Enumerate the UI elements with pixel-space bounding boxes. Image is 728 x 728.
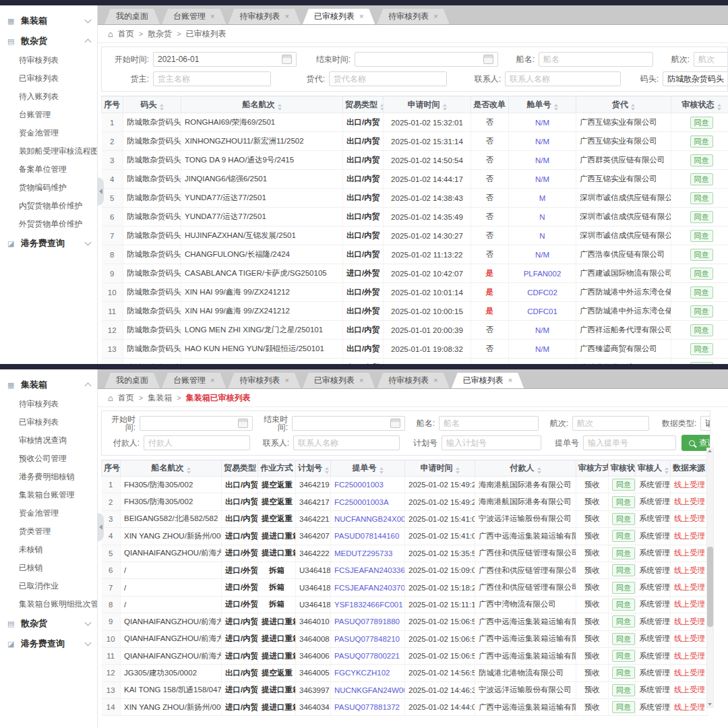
col-header-apply-time[interactable]: 申请时间 [405, 460, 475, 477]
link-value[interactable]: N/M [535, 119, 549, 127]
tab-2[interactable]: 待审核列表× [228, 373, 300, 388]
col-header-trade-type[interactable]: 贸易类型 [222, 460, 258, 477]
tab-close-icon[interactable]: × [284, 377, 289, 384]
col-header-payer[interactable]: 付款人 [475, 460, 576, 477]
table-row[interactable]: 8防城散杂货码头CHANGFULONG/长福隆/2424出口/内贸2025-01… [102, 245, 728, 264]
table-row[interactable]: 1FH305/防海305/002出口/内贸提空返重3464219FC250001… [102, 477, 708, 493]
table-row[interactable]: 7防城散杂货码头HUJINFAZXHAN/互锦发展/2501出口/内贸2025-… [102, 226, 728, 245]
table-row[interactable]: 11防城散杂货码头XIN HAI 99/鑫海 99/ZX241212出口/外贸2… [102, 302, 728, 321]
input-field[interactable]: 航次 [694, 52, 728, 67]
tab-close-icon[interactable]: × [359, 13, 363, 20]
sort-icon[interactable] [717, 104, 721, 111]
sort-icon[interactable] [554, 104, 558, 111]
sidebar-collapse-handle[interactable] [98, 513, 104, 541]
link-value[interactable]: N/M [535, 326, 549, 334]
input-field[interactable]: 联系人名称 [293, 435, 400, 450]
sidebar-item[interactable]: 资金池管理 [0, 124, 97, 142]
source-link[interactable]: 线上受理 [674, 566, 705, 574]
link-value[interactable]: FGCYKCZH102 [334, 669, 390, 677]
table-row[interactable]: 9QIANHAIFANGZHOU/前海方舟/0702QF进口/内贸提进口重箱34… [102, 613, 708, 630]
select-数据类型[interactable]: 请选择数据类型 [700, 416, 710, 431]
sidebar-item[interactable]: 外贸货物单价维护 [0, 215, 97, 233]
link-value[interactable]: FC250001003 [334, 481, 384, 489]
source-link[interactable]: 线上受理 [674, 617, 705, 626]
tab-close-icon[interactable]: × [433, 13, 437, 20]
sidebar-section-1[interactable]: ▤散杂货 [0, 613, 97, 634]
input-field[interactable]: 船名 [539, 52, 653, 67]
link-value[interactable]: PASUQ077848210 [334, 635, 400, 643]
sidebar-item[interactable]: 已审核列表 [0, 413, 97, 431]
sidebar-item[interactable]: 审核情况查询 [0, 431, 97, 450]
link-value[interactable]: N/M [535, 251, 549, 259]
sidebar-item[interactable]: 预收公司管理 [0, 450, 97, 468]
sidebar-item[interactable]: 台账管理 [0, 106, 97, 124]
link-value[interactable]: PLFAN002 [524, 270, 562, 278]
link-value[interactable]: NUCFANNGB24X0001A [334, 515, 405, 523]
select-码头[interactable]: 防城散杂货码头 [663, 71, 728, 86]
table-row[interactable]: 7/进口/外贸拆箱U3464184FCSJEAFAN2403709S2025-0… [102, 579, 708, 596]
col-header-forwarder[interactable]: 货代 [576, 96, 671, 113]
sort-icon[interactable] [665, 467, 669, 474]
source-link[interactable]: 线上受理 [674, 669, 705, 677]
sidebar-item[interactable]: 已取消作业 [0, 577, 97, 595]
sidebar-item[interactable]: 港务费明细核销 [0, 468, 97, 486]
sidebar-section-1[interactable]: ▤散杂货 [0, 31, 97, 51]
source-link[interactable]: 线上受理 [674, 481, 705, 489]
table-row[interactable]: 3防城散杂货码头TONG DA 9 HAO/通达9号/2415出口/内贸2025… [102, 151, 728, 170]
input-field[interactable] [355, 52, 498, 67]
tab-5[interactable]: 已审核列表× [452, 373, 524, 388]
breadcrumb-item[interactable]: 集装箱已审核列表 [186, 392, 251, 404]
input-field[interactable]: 2021-06-01 [153, 52, 297, 67]
table-row[interactable]: 6防城散杂货码头YUNDA77/运达77/2501出口/内贸2025-01-02… [102, 208, 728, 226]
link-value[interactable]: PASUQ077881372 [334, 703, 400, 711]
input-field[interactable] [140, 416, 253, 431]
col-header-vessel-voyage[interactable]: 船名航次 [181, 96, 343, 113]
tab-4[interactable]: 待审核列表× [377, 9, 449, 24]
link-value[interactable]: N [539, 213, 545, 221]
col-header-manifest-no[interactable]: 舱单号 [509, 96, 576, 113]
col-header-seq[interactable]: 序号 [102, 96, 123, 113]
sort-icon[interactable] [380, 104, 384, 111]
table-row[interactable]: 12防城散杂货码头LONG MEN ZHI XING/龙门之星/250101出口… [102, 321, 728, 340]
sidebar-section-0[interactable]: ▦集装箱 [0, 11, 97, 31]
link-value[interactable]: CDFC02 [527, 289, 557, 297]
sort-icon[interactable] [537, 467, 541, 474]
sidebar-item[interactable]: 备案单位管理 [0, 160, 97, 179]
tab-close-icon[interactable]: × [508, 377, 512, 384]
link-value[interactable]: N/M [535, 175, 549, 183]
input-field[interactable] [292, 416, 405, 431]
sort-icon[interactable] [456, 467, 460, 474]
sidebar-item[interactable]: 已审核列表 [0, 69, 97, 88]
sidebar-section-2[interactable]: ◪港务费查询 [0, 233, 97, 253]
sort-icon[interactable] [325, 467, 329, 474]
source-link[interactable]: 线上受理 [674, 703, 705, 711]
sidebar-section-0[interactable]: ▦集装箱 [0, 375, 97, 395]
table-row[interactable]: 4防城散杂货码头JINQIANG6/锦强6/2501出口/内贸2025-01-0… [102, 170, 728, 189]
sidebar-item[interactable]: 集装箱台账管理 [0, 486, 97, 504]
link-value[interactable]: NUCNKGFAN24W0016 [334, 686, 405, 694]
link-value[interactable]: PASUQ077891880 [334, 617, 400, 626]
sort-icon[interactable] [160, 104, 164, 111]
calendar-icon[interactable] [282, 55, 292, 64]
col-header-trade-type[interactable]: 贸易类型 [343, 96, 384, 113]
col-header-wharf[interactable]: 码头 [123, 96, 181, 113]
table-row[interactable]: 10QIANHAIFANGZHOU/前海方舟/0702QF进口/内贸提进口重箱3… [102, 630, 708, 647]
link-value[interactable]: M [539, 194, 546, 202]
col-header-apply-time[interactable]: 申请时间 [384, 96, 471, 113]
col-header-audit-status[interactable]: 审核状态 [671, 96, 728, 113]
tab-1[interactable]: 台账管理× [162, 373, 226, 388]
table-row[interactable]: 4XIN YANG ZHOU/新扬州/0007QF进口/内贸提进口重箱34642… [102, 528, 708, 545]
calendar-icon[interactable] [483, 55, 493, 64]
input-field[interactable]: 输入计划号 [442, 435, 541, 450]
link-value[interactable]: N [539, 232, 545, 240]
calendar-icon[interactable] [238, 419, 248, 428]
table-row[interactable]: 2FH305/防海305/002出口/内贸提空返重3464217FC250001… [102, 493, 708, 510]
source-link[interactable]: 线上受理 [674, 583, 705, 591]
link-value[interactable]: N/M [535, 138, 549, 146]
sidebar-item[interactable]: 已核销 [0, 559, 97, 577]
table-row[interactable]: 3BEIGANG582/北港582/582出口/内贸提空返重3464221NUC… [102, 510, 708, 527]
tab-4[interactable]: 待审核列表× [377, 373, 449, 388]
table-row[interactable]: 14XIN YANG ZHOU/新扬州/0007QF进口/内贸提进口重箱3464… [102, 699, 708, 716]
sidebar-item[interactable]: 资金池管理 [0, 504, 97, 522]
col-header-changed-flag[interactable]: 是否改单 [471, 96, 509, 113]
